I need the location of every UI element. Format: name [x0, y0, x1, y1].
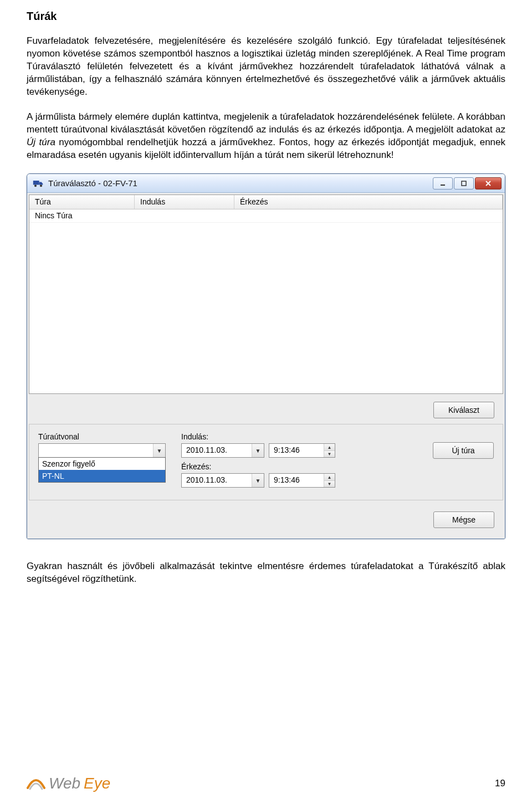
depart-time[interactable]: 9:13:46 ▲ ▼	[269, 443, 335, 458]
app-window: Túraválasztó - 02-FV-71 Túra Indulás Érk…	[27, 173, 505, 539]
titlebar: Túraválasztó - 02-FV-71	[27, 174, 505, 193]
svg-point-2	[40, 185, 42, 187]
depart-time-value: 9:13:46	[269, 444, 324, 457]
usage-paragraph: A járműlista bármely elemére duplán katt…	[27, 111, 505, 162]
spinner-down-icon[interactable]: ▼	[324, 450, 335, 458]
new-tour-button[interactable]: Új túra	[433, 442, 494, 459]
maximize-button[interactable]	[454, 177, 474, 190]
arrive-date[interactable]: 2010.11.03. ▼	[181, 473, 264, 488]
select-bar: Kiválaszt	[29, 394, 503, 424]
cancel-button[interactable]: Mégse	[433, 511, 494, 528]
col-departure[interactable]: Indulás	[135, 195, 234, 209]
cell-tour: Nincs Túra	[29, 209, 135, 222]
datetime-column: Indulás: 2010.11.03. ▼ 9:13:46 ▲ ▼	[181, 432, 335, 492]
logo-text-web: Web	[49, 775, 80, 792]
col-tour[interactable]: Túra	[29, 195, 135, 209]
spinner-down-icon[interactable]: ▼	[324, 480, 335, 488]
svg-rect-0	[33, 181, 39, 185]
page-heading: Túrák	[27, 10, 505, 23]
spinner-up-icon[interactable]: ▲	[324, 444, 335, 450]
intro-paragraph: Fuvarfeladatok felvezetésére, megjelenít…	[27, 35, 505, 99]
minimize-button[interactable]	[433, 177, 453, 190]
route-combo-value	[39, 444, 153, 457]
webeye-logo: WebEye	[27, 775, 110, 792]
truck-icon	[33, 179, 44, 188]
chevron-down-icon[interactable]: ▼	[252, 474, 264, 487]
page-number: 19	[495, 778, 505, 789]
window-client: Túra Indulás Érkezés Nincs Túra Kiválasz…	[27, 193, 505, 539]
spinner-up-icon[interactable]: ▲	[324, 474, 335, 480]
chevron-down-icon[interactable]: ▼	[153, 444, 165, 457]
depart-label: Indulás:	[181, 432, 335, 441]
arrive-time-value: 9:13:46	[269, 474, 324, 487]
arrive-date-value: 2010.11.03.	[182, 474, 252, 487]
time-spinner[interactable]: ▲ ▼	[324, 444, 335, 457]
depart-date[interactable]: 2010.11.03. ▼	[181, 443, 264, 458]
time-spinner[interactable]: ▲ ▼	[324, 474, 335, 487]
select-button[interactable]: Kiválaszt	[433, 402, 494, 418]
arrive-label: Érkezés:	[181, 462, 335, 471]
chevron-down-icon[interactable]: ▼	[252, 444, 264, 457]
svg-rect-4	[462, 181, 466, 186]
usage-text-a: A járműlista bármely elemére duplán katt…	[27, 111, 505, 135]
form-panel: Túraútvonal ▼ Szenzor figyelő PT-NL Indu…	[29, 424, 503, 500]
window-title: Túraválasztó - 02-FV-71	[48, 178, 432, 188]
logo-arc-icon	[27, 776, 45, 791]
col-arrival[interactable]: Érkezés	[234, 195, 503, 209]
route-column: Túraútvonal ▼ Szenzor figyelő PT-NL	[38, 432, 166, 483]
usage-text-c: nyomógombbal rendelhetjük hozzá a járműv…	[27, 137, 505, 160]
newtour-column: Új túra	[433, 432, 494, 459]
arrive-time[interactable]: 9:13:46 ▲ ▼	[269, 473, 335, 488]
usage-text-italic: Új túra	[27, 137, 55, 147]
svg-point-1	[34, 185, 37, 187]
tour-table[interactable]: Túra Indulás Érkezés Nincs Túra	[29, 194, 503, 394]
table-row[interactable]: Nincs Túra	[29, 209, 503, 223]
table-header: Túra Indulás Érkezés	[29, 195, 503, 209]
route-dropdown[interactable]: Szenzor figyelő PT-NL	[38, 457, 166, 483]
route-label: Túraútvonal	[38, 432, 166, 441]
screenshot-container: Túraválasztó - 02-FV-71 Túra Indulás Érk…	[27, 173, 505, 539]
cancel-bar: Mégse	[29, 500, 503, 537]
route-combo[interactable]: ▼	[38, 443, 166, 458]
route-option[interactable]: Szenzor figyelő	[39, 458, 165, 470]
depart-date-value: 2010.11.03.	[182, 444, 252, 457]
logo-text-eye: Eye	[84, 775, 110, 792]
close-button[interactable]	[475, 177, 502, 190]
footer-paragraph: Gyakran használt és jövőbeli alkalmazásá…	[27, 560, 505, 586]
route-option-selected[interactable]: PT-NL	[39, 470, 165, 482]
